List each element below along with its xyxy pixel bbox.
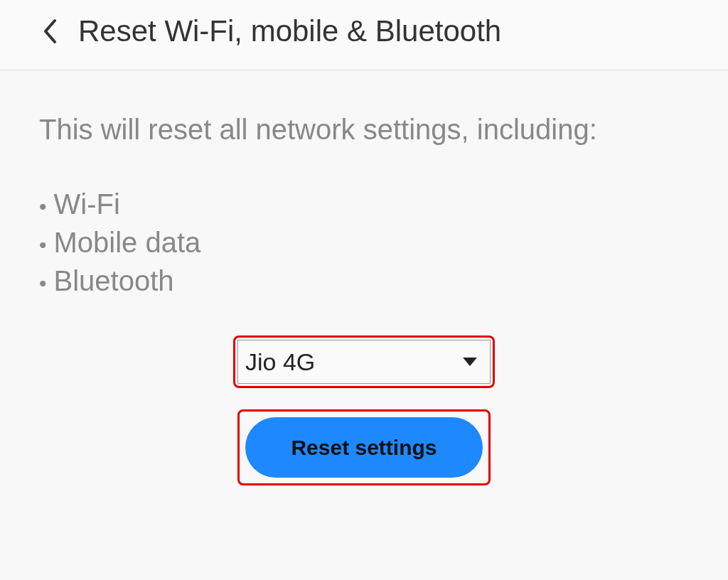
content-area: This will reset all network settings, in… [0,70,728,485]
bullet-label: Wi-Fi [54,185,120,223]
list-item: • Mobile data [39,223,689,262]
bullet-list: • Wi-Fi • Mobile data • Bluetooth [39,185,689,300]
network-dropdown[interactable]: Jio 4G [237,340,491,384]
bullet-dot: • [39,196,47,218]
controls-area: Jio 4G Reset settings [39,335,689,485]
bullet-dot: • [39,235,47,256]
caret-down-icon [463,358,477,366]
dropdown-selected-label: Jio 4G [245,348,315,376]
page-title: Reset Wi-Fi, mobile & Bluetooth [78,14,501,48]
highlight-annotation: Jio 4G [233,335,495,388]
list-item: • Wi-Fi [39,185,689,223]
description-text: This will reset all network settings, in… [39,109,689,149]
chevron-left-icon [42,18,58,44]
reset-settings-button[interactable]: Reset settings [245,417,483,478]
highlight-annotation: Reset settings [237,409,491,485]
bullet-dot: • [39,273,47,294]
bullet-label: Mobile data [54,223,201,262]
button-label: Reset settings [291,436,437,460]
list-item: • Bluetooth [39,262,689,300]
bullet-label: Bluetooth [54,262,174,300]
header: Reset Wi-Fi, mobile & Bluetooth [0,0,728,70]
back-button[interactable] [36,17,64,45]
